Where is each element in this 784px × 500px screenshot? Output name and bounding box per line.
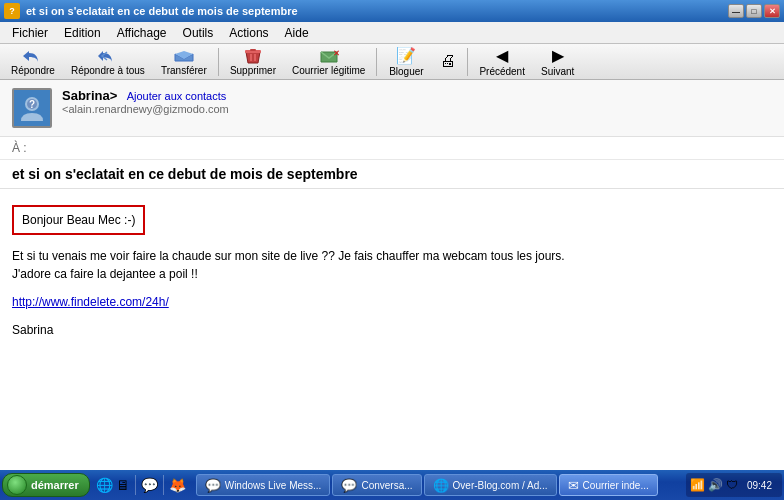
email-content-area: ? Sabrina> Ajouter aux contacts <alain.r… bbox=[0, 80, 784, 470]
prev-icon: ◀ bbox=[496, 46, 508, 65]
messenger-icon[interactable]: 💬 bbox=[141, 477, 158, 493]
ql-separator-2 bbox=[163, 475, 164, 495]
toolbar: Répondre Répondre à tous Transférer Supp… bbox=[0, 44, 784, 80]
greeting-box: Bonjour Beau Mec :-) bbox=[12, 205, 145, 235]
svg-text:✕: ✕ bbox=[333, 49, 339, 58]
menu-affichage[interactable]: Affichage bbox=[109, 22, 175, 43]
menu-aide[interactable]: Aide bbox=[277, 22, 317, 43]
sender-name: Sabrina> bbox=[62, 88, 117, 103]
window-title: et si on s'eclatait en ce debut de mois … bbox=[26, 5, 728, 17]
sender-section: ? Sabrina> Ajouter aux contacts <alain.r… bbox=[0, 80, 784, 137]
start-button[interactable]: démarrer bbox=[2, 473, 90, 497]
messenger-taskbar-icon: 💬 bbox=[205, 478, 221, 493]
body-link[interactable]: http://www.findelete.com/24h/ bbox=[12, 293, 772, 311]
next-button[interactable]: ▶ Suivant bbox=[534, 43, 581, 80]
start-orb-icon bbox=[7, 475, 27, 495]
show-desktop-icon[interactable]: 🖥 bbox=[116, 477, 130, 493]
next-icon: ▶ bbox=[552, 46, 564, 65]
taskbar: démarrer 🌐 🖥 💬 🦊 💬 Windows Live Mess... … bbox=[0, 470, 784, 500]
window-controls: — □ ✕ bbox=[728, 4, 780, 18]
taskbar-item-overblog[interactable]: 🌐 Over-Blog.com / Ad... bbox=[424, 474, 557, 496]
app-icon: ? bbox=[4, 3, 20, 19]
junk-icon: ✕ bbox=[319, 48, 339, 64]
menu-fichier[interactable]: Fichier bbox=[4, 22, 56, 43]
junk-button[interactable]: ✕ Courrier légitime bbox=[285, 45, 372, 79]
reply-icon bbox=[21, 48, 45, 64]
print-icon: 🖨 bbox=[440, 52, 456, 70]
reply-all-icon bbox=[97, 48, 119, 64]
delete-button[interactable]: Supprimer bbox=[223, 45, 283, 79]
email-body: Bonjour Beau Mec :-) Et si tu venais me … bbox=[0, 189, 784, 355]
body-paragraph-1: Et si tu venais me voir faire la chaude … bbox=[12, 247, 772, 283]
sender-name-line: Sabrina> Ajouter aux contacts bbox=[62, 88, 772, 103]
network-icon[interactable]: 📶 bbox=[690, 478, 705, 492]
reply-all-button[interactable]: Répondre à tous bbox=[64, 45, 152, 79]
menu-actions[interactable]: Actions bbox=[221, 22, 276, 43]
title-bar: ? et si on s'eclatait en ce debut de moi… bbox=[0, 0, 784, 22]
separator-2 bbox=[376, 48, 377, 76]
delete-icon bbox=[244, 48, 262, 64]
quick-launch: 🌐 🖥 💬 🦊 bbox=[92, 475, 190, 495]
minimize-button[interactable]: — bbox=[728, 4, 744, 18]
blog-icon: 📝 bbox=[396, 46, 416, 65]
convo-taskbar-icon: 💬 bbox=[341, 478, 357, 493]
blog-button[interactable]: 📝 Bloguer bbox=[381, 43, 431, 80]
taskbar-item-courrier[interactable]: ✉ Courrier inde... bbox=[559, 474, 658, 496]
firefox-icon[interactable]: 🦊 bbox=[169, 477, 186, 493]
to-line: À : bbox=[0, 137, 784, 160]
overblog-taskbar-icon: 🌐 bbox=[433, 478, 449, 493]
close-button[interactable]: ✕ bbox=[764, 4, 780, 18]
security-icon[interactable]: 🛡 bbox=[726, 478, 738, 492]
menu-edition[interactable]: Edition bbox=[56, 22, 109, 43]
menu-bar: Fichier Edition Affichage Outils Actions… bbox=[0, 22, 784, 44]
volume-icon[interactable]: 🔊 bbox=[708, 478, 723, 492]
svg-rect-1 bbox=[250, 49, 256, 51]
separator-3 bbox=[467, 48, 468, 76]
reply-button[interactable]: Répondre bbox=[4, 45, 62, 79]
separator-1 bbox=[218, 48, 219, 76]
email-signature: Sabrina bbox=[12, 321, 772, 339]
taskbar-item-messenger[interactable]: 💬 Windows Live Mess... bbox=[196, 474, 331, 496]
taskbar-item-convo[interactable]: 💬 Conversa... bbox=[332, 474, 421, 496]
taskbar-items: 💬 Windows Live Mess... 💬 Conversa... 🌐 O… bbox=[196, 474, 680, 496]
ql-separator bbox=[135, 475, 136, 495]
menu-outils[interactable]: Outils bbox=[175, 22, 222, 43]
maximize-button[interactable]: □ bbox=[746, 4, 762, 18]
ie-icon[interactable]: 🌐 bbox=[96, 477, 113, 493]
email-subject: et si on s'eclatait en ce debut de mois … bbox=[0, 160, 784, 189]
sender-info: Sabrina> Ajouter aux contacts <alain.ren… bbox=[62, 88, 772, 115]
print-button[interactable]: 🖨 bbox=[433, 49, 463, 74]
courrier-taskbar-icon: ✉ bbox=[568, 478, 579, 493]
add-contact-link[interactable]: Ajouter aux contacts bbox=[127, 90, 227, 102]
system-clock: 09:42 bbox=[741, 480, 778, 491]
forward-button[interactable]: Transférer bbox=[154, 45, 214, 79]
system-tray: 📶 🔊 🛡 09:42 bbox=[686, 473, 782, 497]
svg-text:?: ? bbox=[29, 99, 35, 110]
avatar: ? bbox=[12, 88, 52, 128]
sender-email: <alain.renardnewy@gizmodo.com bbox=[62, 103, 772, 115]
forward-icon bbox=[173, 48, 195, 64]
prev-button[interactable]: ◀ Précédent bbox=[472, 43, 532, 80]
